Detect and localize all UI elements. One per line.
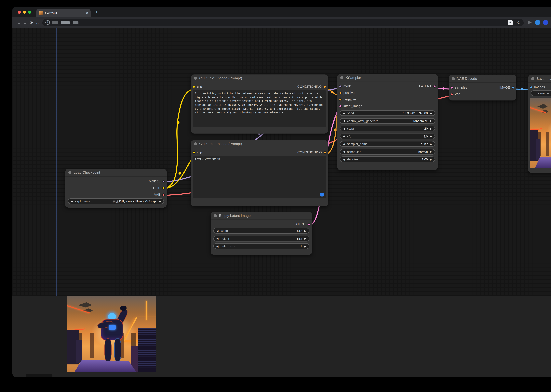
widget-scheduler[interactable]: ◀ scheduler normal ▶	[340, 149, 435, 154]
output-port-conditioning[interactable]	[324, 151, 326, 154]
output-port-conditioning[interactable]	[324, 85, 326, 88]
widget-right-arrow-icon[interactable]: ▶	[430, 158, 432, 161]
back-icon[interactable]: ←	[16, 20, 22, 25]
resize-feed-button[interactable]: ⇄ Resize Feed	[26, 374, 53, 377]
blue-drop-extension-icon[interactable]	[535, 20, 540, 25]
node-header[interactable]: Load Checkpoint	[65, 169, 167, 177]
widget-right-arrow-icon[interactable]: ▶	[430, 135, 432, 138]
node-vae-decode[interactable]: VAE Decode samples IMAGE vae	[449, 75, 516, 100]
widget-left-arrow-icon[interactable]: ◀	[216, 237, 219, 240]
input-port-latent-image[interactable]	[339, 105, 342, 107]
node-header[interactable]: KSampler	[337, 74, 438, 82]
widget-height[interactable]: ◀ height 512 ▶	[213, 236, 310, 241]
spellcheck-badge-icon[interactable]: ✓	[320, 193, 324, 196]
close-window-button[interactable]	[18, 10, 21, 14]
collapse-dot-icon[interactable]	[340, 76, 343, 79]
node-header[interactable]: CLIP Text Encode (Prompt)	[191, 75, 328, 82]
minimize-window-button[interactable]	[23, 10, 26, 14]
widget-right-arrow-icon[interactable]: ▶	[430, 143, 432, 145]
send-icon[interactable]	[528, 21, 532, 24]
widget-cfg[interactable]: ◀ cfg 8.0 ▶	[340, 133, 435, 139]
site-info-icon[interactable]: i	[45, 20, 50, 25]
input-port-samples[interactable]	[451, 86, 453, 89]
widget-filename-prefix[interactable]: filename_prefix ComfyUI	[531, 90, 551, 96]
input-port-negative[interactable]	[339, 98, 342, 101]
widget-steps[interactable]: ◀ steps 20 ▶	[340, 126, 435, 131]
widget-ckpt-name[interactable]: ◀ ckpt_name 美漫画风comic-diffusion-V2.ckpt …	[68, 198, 164, 204]
new-tab-button[interactable]: +	[95, 9, 98, 14]
collapse-dot-icon[interactable]	[194, 142, 197, 145]
node-load-checkpoint[interactable]: Load Checkpoint MODEL CLIP VAE ◀ ckpt_na…	[65, 169, 167, 208]
widget-denoise[interactable]: ◀ denoise 1.00 ▶	[340, 156, 435, 162]
bookmark-star-icon[interactable]: ☆	[517, 20, 521, 25]
translate-icon[interactable]	[508, 20, 513, 25]
widget-right-arrow-icon[interactable]: ▶	[430, 112, 432, 114]
widget-batch-size[interactable]: ◀ batch_size 1 ▶	[213, 243, 310, 249]
widget-name: filename_prefix	[537, 92, 551, 95]
collapse-dot-icon[interactable]	[531, 77, 534, 80]
widget-right-arrow-icon[interactable]: ▶	[159, 200, 161, 203]
widget-value: 753392013597300	[402, 112, 428, 115]
address-bar[interactable]: i ☆	[42, 19, 524, 26]
node-save-image[interactable]: Save Image images filename_prefix ComfyU…	[528, 75, 551, 173]
widget-width[interactable]: ◀ width 512 ▶	[213, 228, 310, 234]
widget-seed[interactable]: ◀ seed 753392013597300 ▶	[340, 110, 435, 116]
widget-control-after-generate[interactable]: ◀ control_after_generate randomize ▶	[340, 118, 435, 124]
input-port-vae[interactable]	[451, 93, 453, 95]
collapse-dot-icon[interactable]	[194, 77, 197, 80]
save-image-preview[interactable]	[530, 98, 551, 168]
widget-left-arrow-icon[interactable]: ◀	[71, 200, 73, 203]
widget-right-arrow-icon[interactable]: ▶	[304, 245, 306, 247]
output-port-model[interactable]	[162, 180, 165, 183]
output-port-latent[interactable]	[433, 85, 436, 87]
node-header[interactable]: CLIP Text Encode (Prompt)	[191, 140, 328, 148]
output-port-clip[interactable]	[162, 187, 165, 189]
input-port-positive[interactable]	[339, 91, 342, 94]
widget-left-arrow-icon[interactable]: ◀	[343, 119, 345, 122]
widget-right-arrow-icon[interactable]: ▶	[304, 237, 306, 240]
blue-s-extension-icon[interactable]	[543, 20, 548, 25]
input-port-model[interactable]	[339, 85, 342, 87]
input-port-images[interactable]	[530, 86, 532, 88]
feed-image-superhero[interactable]	[67, 296, 155, 372]
collapse-dot-icon[interactable]	[214, 214, 217, 217]
tab-comfyui[interactable]: ComfyUI ×	[36, 9, 91, 17]
widget-name: ckpt_name	[75, 200, 90, 203]
prompt-textarea[interactable]: A futuristic, sci-fi battle between a ma…	[193, 90, 326, 127]
zoom-window-button[interactable]	[28, 10, 31, 14]
node-graph-canvas[interactable]: Load Checkpoint MODEL CLIP VAE ◀ ckpt_na…	[12, 28, 551, 296]
widget-sampler-name[interactable]: ◀ sampler_name euler ▶	[340, 141, 435, 147]
widget-left-arrow-icon[interactable]: ◀	[216, 245, 219, 247]
widget-left-arrow-icon[interactable]: ◀	[216, 229, 219, 232]
reload-icon[interactable]: ⟳	[28, 20, 34, 25]
widget-right-arrow-icon[interactable]: ▶	[430, 127, 432, 130]
input-port-clip[interactable]	[193, 151, 195, 154]
input-port-clip[interactable]	[193, 85, 195, 88]
widget-left-arrow-icon[interactable]: ◀	[343, 127, 345, 130]
widget-name: control_after_generate	[347, 119, 378, 122]
node-clip-text-encode-negative[interactable]: CLIP Text Encode (Prompt) clip CONDITION…	[191, 140, 328, 206]
node-empty-latent-image[interactable]: Empty Latent Image LATENT ◀ width 512 ▶	[211, 212, 312, 255]
node-header[interactable]: Save Image	[528, 75, 551, 83]
forward-icon[interactable]: →	[22, 20, 28, 25]
collapse-dot-icon[interactable]	[68, 171, 71, 174]
home-icon[interactable]: ⌂	[34, 20, 41, 25]
node-clip-text-encode-positive[interactable]: CLIP Text Encode (Prompt) clip CONDITION…	[191, 75, 328, 133]
widget-left-arrow-icon[interactable]: ◀	[343, 150, 345, 153]
widget-left-arrow-icon[interactable]: ◀	[343, 135, 345, 138]
widget-right-arrow-icon[interactable]: ▶	[304, 229, 306, 232]
output-port-latent[interactable]	[308, 223, 310, 225]
node-header[interactable]: Empty Latent Image	[211, 212, 312, 220]
widget-left-arrow-icon[interactable]: ◀	[343, 158, 345, 161]
node-header[interactable]: VAE Decode	[449, 75, 516, 83]
output-port-vae[interactable]	[162, 193, 165, 196]
widget-right-arrow-icon[interactable]: ▶	[430, 119, 432, 122]
widget-right-arrow-icon[interactable]: ▶	[430, 150, 432, 153]
tab-close-icon[interactable]: ×	[86, 11, 88, 15]
widget-left-arrow-icon[interactable]: ◀	[343, 143, 345, 145]
widget-left-arrow-icon[interactable]: ◀	[343, 112, 345, 114]
prompt-textarea[interactable]: text, watermark ✓	[193, 155, 326, 198]
collapse-dot-icon[interactable]	[452, 77, 455, 80]
node-ksampler[interactable]: KSampler model LATENT positive negative …	[337, 74, 438, 170]
output-port-image[interactable]	[512, 86, 514, 89]
